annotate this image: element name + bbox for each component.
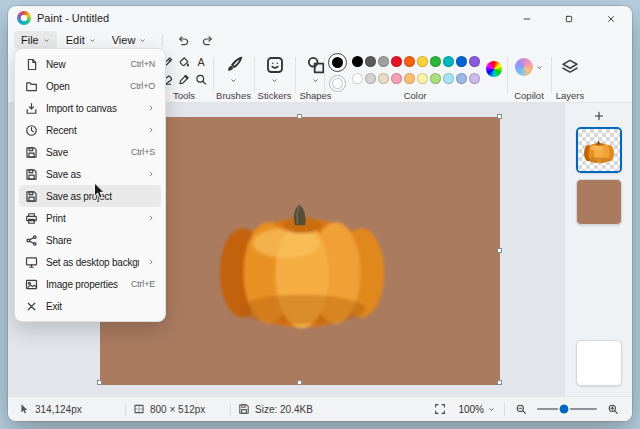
color-swatch-f8a0b4[interactable] xyxy=(391,73,402,84)
copilot-icon xyxy=(515,58,533,76)
ribbon-separator xyxy=(213,57,214,93)
zoom-slider-thumb[interactable] xyxy=(560,405,569,414)
menu-edit[interactable]: Edit xyxy=(59,31,103,49)
menu-file[interactable]: File xyxy=(14,31,57,49)
file-menu-item-open[interactable]: OpenCtrl+O xyxy=(19,75,161,97)
selection-handle[interactable] xyxy=(497,248,502,253)
resize-rect-icon xyxy=(133,403,145,415)
color-swatch-eadcc6[interactable] xyxy=(378,73,389,84)
stickers-button[interactable] xyxy=(256,55,293,84)
menubar: File Edit View xyxy=(8,30,632,50)
file-menu-item-image-properties[interactable]: Image propertiesCtrl+E xyxy=(19,273,161,295)
minimize-button[interactable] xyxy=(506,6,548,31)
selection-handle[interactable] xyxy=(297,114,302,119)
close-button[interactable] xyxy=(590,6,632,31)
color-swatch-ffd23b[interactable] xyxy=(417,56,428,67)
selection-handle[interactable] xyxy=(497,380,502,385)
redo-icon xyxy=(201,34,214,47)
background-layer-thumbnail[interactable] xyxy=(576,340,622,386)
color-swatch-0063d1[interactable] xyxy=(456,56,467,67)
color-swatch-a5e5f0[interactable] xyxy=(443,73,454,84)
zoom-percent-dropdown[interactable]: 100% xyxy=(456,404,497,415)
chevron-down-icon xyxy=(43,37,50,44)
win-min-icon xyxy=(522,14,532,24)
import-icon xyxy=(25,102,38,115)
zoom-out-button[interactable] xyxy=(512,400,530,418)
save-icon xyxy=(238,403,250,415)
paint-window: Paint - Untitled File Edit View xyxy=(8,6,632,421)
file-menu-item-save-as-project[interactable]: Save as project xyxy=(19,185,161,207)
file-menu-item-set-as-desktop-background[interactable]: Set as desktop background xyxy=(19,251,161,273)
color-swatch-a8e07e[interactable] xyxy=(430,73,441,84)
color-swatch-000000[interactable] xyxy=(352,56,363,67)
file-menu-item-new[interactable]: NewCtrl+N xyxy=(19,53,161,75)
color-swatch-a0a0a0[interactable] xyxy=(378,56,389,67)
file-menu-item-import-to-canvas[interactable]: Import to canvas xyxy=(19,97,161,119)
edit-color-button[interactable] xyxy=(486,61,502,77)
shapes-icon xyxy=(306,55,326,75)
color-swatch-8a5cd9[interactable] xyxy=(469,56,480,67)
file-menu-item-share[interactable]: Share xyxy=(19,229,161,251)
brush-icon xyxy=(224,55,244,75)
tool-magnifier[interactable] xyxy=(193,71,210,88)
color-swatch-cdb9ea[interactable] xyxy=(469,73,480,84)
color1-swatch[interactable] xyxy=(328,53,347,72)
layers-button[interactable] xyxy=(553,58,587,76)
chevron-down-icon xyxy=(139,37,146,44)
color-swatch-2db83d[interactable] xyxy=(430,56,441,67)
color-swatch-5b5b5b[interactable] xyxy=(365,56,376,67)
ribbon-separator xyxy=(295,57,296,93)
file-menu-item-recent[interactable]: Recent xyxy=(19,119,161,141)
cursor-position-value: 314,124px xyxy=(35,404,82,415)
selection-handle[interactable] xyxy=(97,380,102,385)
menu-item-label: Share xyxy=(46,235,147,246)
new-file-icon xyxy=(25,58,38,71)
chevron-right-icon xyxy=(147,258,155,266)
svg-text:A: A xyxy=(197,56,205,68)
color-swatch-fdf3a9[interactable] xyxy=(417,73,428,84)
brushes-button[interactable] xyxy=(215,55,252,84)
text-icon: A xyxy=(195,56,208,69)
file-menu-item-save-as[interactable]: Save as xyxy=(19,163,161,185)
fit-to-screen-button[interactable] xyxy=(431,400,449,418)
maximize-button[interactable] xyxy=(548,6,590,31)
color-swatch-9cb8e8[interactable] xyxy=(456,73,467,84)
add-layer-button[interactable] xyxy=(587,107,611,124)
layer-pumpkin-preview xyxy=(578,129,620,171)
color-swatch-ffc06e[interactable] xyxy=(404,73,415,84)
color-swatch-grid xyxy=(352,56,480,84)
selection-handle[interactable] xyxy=(297,380,302,385)
canvas-size-icon xyxy=(133,403,145,415)
file-menu-item-print[interactable]: Print xyxy=(19,207,161,229)
tool-text[interactable]: A xyxy=(193,54,210,71)
layer-thumbnail-pumpkin[interactable] xyxy=(576,127,622,173)
chevron-down-icon xyxy=(536,64,543,71)
color-swatch-00b7c3[interactable] xyxy=(443,56,454,67)
win-close-icon xyxy=(606,14,616,24)
tool-picker[interactable] xyxy=(176,71,193,88)
tool-fill[interactable] xyxy=(176,54,193,71)
menubar-separator xyxy=(162,34,163,46)
undo-button[interactable] xyxy=(172,31,194,49)
arrow-cursor-icon xyxy=(18,403,30,415)
canvas-size-value: 800 × 512px xyxy=(150,404,205,415)
color-swatch-d2d2d2[interactable] xyxy=(365,73,376,84)
zoom-slider[interactable] xyxy=(537,408,597,410)
file-menu-item-save[interactable]: SaveCtrl+S xyxy=(19,141,161,163)
zoom-in-icon xyxy=(607,403,619,415)
layer-thumbnail-fill[interactable] xyxy=(576,179,622,225)
color-swatch-ffffff[interactable] xyxy=(352,73,363,84)
zoom-in-button[interactable] xyxy=(604,400,622,418)
ribbon-separator xyxy=(324,57,325,93)
selection-handle[interactable] xyxy=(497,114,502,119)
redo-button[interactable] xyxy=(196,31,218,49)
file-menu-item-exit[interactable]: Exit xyxy=(19,295,161,317)
menu-shortcut: Ctrl+E xyxy=(131,279,155,289)
chevron-down-icon xyxy=(536,64,543,71)
menu-item-label: New xyxy=(46,59,122,70)
color-swatch-e81224[interactable] xyxy=(391,56,402,67)
menu-view[interactable]: View xyxy=(105,31,154,49)
copilot-button[interactable] xyxy=(509,58,549,76)
color-swatch-f7630c[interactable] xyxy=(404,56,415,67)
chevron-down-icon xyxy=(230,77,237,84)
